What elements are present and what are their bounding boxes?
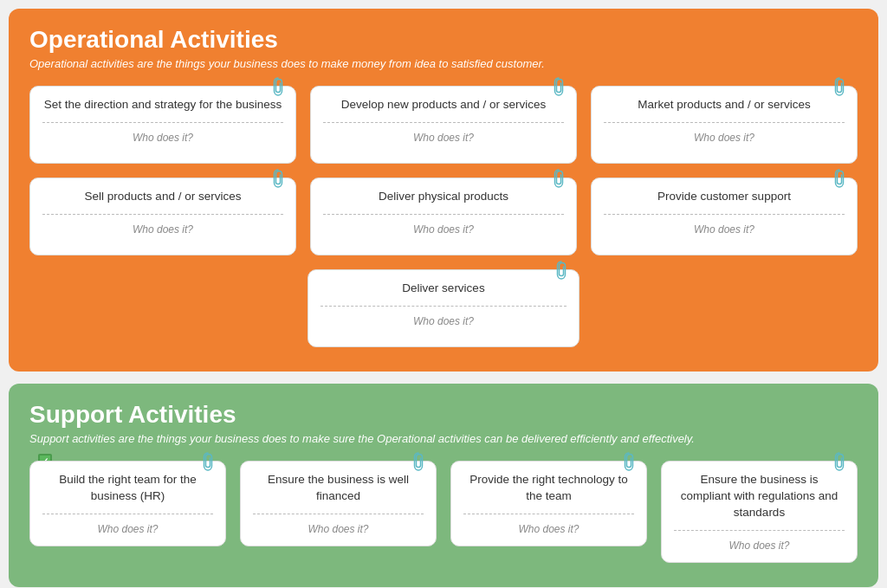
card-who-right-technology: Who does it? [463, 520, 634, 537]
paperclip-icon [555, 261, 567, 280]
card-divider [42, 514, 213, 514]
paperclip-icon [833, 77, 845, 96]
card-wrapper-provide-support: Provide customer support Who does it? [591, 178, 858, 255]
card-divider [42, 214, 283, 215]
card-who-ensure-financed: Who does it? [253, 520, 424, 537]
card-title-build-team: Build the right team for the business (H… [42, 472, 213, 505]
support-cards-row: Build the right team for the business (H… [29, 461, 858, 563]
card-wrapper-set-direction: Set the direction and strategy for the b… [29, 86, 296, 164]
card-title-ensure-financed: Ensure the business is well financed [253, 472, 424, 505]
card-wrapper-deliver-physical: Deliver physical products Who does it? [310, 178, 577, 255]
card-divider [323, 214, 564, 215]
card-deliver-services[interactable]: Deliver services Who does it? [308, 269, 579, 347]
card-divider [323, 122, 564, 123]
card-divider [320, 306, 567, 307]
card-who-provide-support: Who does it? [604, 220, 845, 237]
card-title-sell-products: Sell products and / or services [42, 189, 283, 205]
operational-title: Operational Activities [29, 26, 858, 54]
operational-row-1: Set the direction and strategy for the b… [29, 86, 858, 164]
card-sell-products[interactable]: Sell products and / or services Who does… [29, 178, 296, 255]
card-who-sell-products: Who does it? [42, 220, 283, 237]
operational-subtitle: Operational activities are the things yo… [29, 57, 858, 70]
support-subtitle: Support activities are the things your b… [29, 432, 858, 445]
card-who-set-direction: Who does it? [42, 128, 283, 145]
card-wrapper-ensure-financed: Ensure the business is well financed Who… [240, 461, 437, 563]
card-who-build-team: Who does it? [42, 520, 213, 537]
paperclip-icon [202, 452, 214, 471]
card-title-deliver-physical: Deliver physical products [323, 189, 564, 205]
paperclip-icon [833, 452, 845, 471]
card-provide-support[interactable]: Provide customer support Who does it? [591, 178, 858, 255]
card-deliver-physical[interactable]: Deliver physical products Who does it? [310, 178, 577, 255]
card-divider [604, 122, 845, 123]
card-wrapper-develop-products: Develop new products and / or services W… [310, 86, 577, 164]
support-section: Support Activities Support activities ar… [9, 384, 878, 587]
card-title-provide-support: Provide customer support [604, 189, 845, 205]
paperclip-icon [553, 169, 565, 188]
support-title: Support Activities [29, 401, 858, 429]
paperclip-icon [553, 77, 565, 96]
card-title-deliver-services: Deliver services [320, 281, 567, 297]
card-divider [674, 530, 845, 531]
paperclip-icon [272, 77, 284, 96]
card-who-compliant: Who does it? [674, 536, 845, 553]
card-build-team[interactable]: Build the right team for the business (H… [29, 461, 226, 546]
card-develop-products[interactable]: Develop new products and / or services W… [310, 86, 577, 164]
operational-row-3: Deliver services Who does it? [29, 269, 858, 347]
card-title-compliant: Ensure the business is compliant with re… [674, 472, 845, 521]
card-wrapper-sell-products: Sell products and / or services Who does… [29, 178, 296, 255]
card-ensure-financed[interactable]: Ensure the business is well financed Who… [240, 461, 437, 546]
card-market-products[interactable]: Market products and / or services Who do… [591, 86, 858, 164]
card-who-develop-products: Who does it? [323, 128, 564, 145]
paperclip-icon [412, 452, 424, 471]
operational-row-2: Sell products and / or services Who does… [29, 178, 858, 255]
paperclip-icon [272, 169, 284, 188]
card-title-develop-products: Develop new products and / or services [323, 97, 564, 113]
card-wrapper-market-products: Market products and / or services Who do… [591, 86, 858, 164]
card-title-set-direction: Set the direction and strategy for the b… [42, 97, 283, 113]
card-divider [42, 122, 283, 123]
card-title-right-technology: Provide the right technology to the team [463, 472, 634, 505]
card-wrapper-build-team: Build the right team for the business (H… [29, 461, 226, 563]
card-divider [463, 514, 634, 514]
card-who-deliver-services: Who does it? [320, 312, 567, 329]
operational-section: Operational Activities Operational activ… [9, 9, 878, 372]
card-wrapper-right-technology: Provide the right technology to the team… [450, 461, 647, 563]
card-right-technology[interactable]: Provide the right technology to the team… [450, 461, 647, 546]
card-who-deliver-physical: Who does it? [323, 220, 564, 237]
card-divider [604, 214, 845, 215]
card-title-market-products: Market products and / or services [604, 97, 845, 113]
card-wrapper-compliant: Ensure the business is compliant with re… [661, 461, 858, 563]
card-who-market-products: Who does it? [604, 128, 845, 145]
card-compliant[interactable]: Ensure the business is compliant with re… [661, 461, 858, 563]
card-wrapper-deliver-services: Deliver services Who does it? [308, 269, 579, 347]
card-divider [253, 514, 424, 514]
card-set-direction[interactable]: Set the direction and strategy for the b… [29, 86, 296, 164]
paperclip-icon [623, 452, 635, 471]
paperclip-icon [833, 169, 845, 188]
